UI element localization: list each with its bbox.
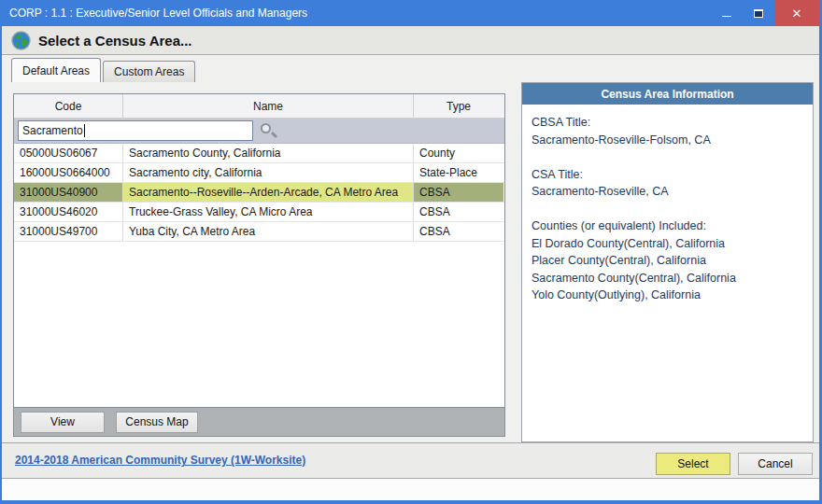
info-line: Sacramento County(Central), California: [531, 270, 803, 287]
close-button[interactable]: ✕: [774, 0, 819, 26]
table-body: 05000US06067 Sacramento County, Californ…: [14, 144, 504, 242]
cell-name: Yuba City, CA Metro Area: [123, 222, 414, 241]
dialog-footer: 2014-2018 American Community Survey (1W-…: [2, 442, 819, 478]
tab-label: Default Areas: [22, 64, 90, 77]
census-area-grid-panel: Code Name Type Sacramento 05000US06067 S…: [13, 93, 505, 437]
view-button[interactable]: View: [21, 412, 105, 433]
table-row[interactable]: 31000US49700 Yuba City, CA Metro Area CB…: [14, 222, 504, 242]
text-caret: [84, 124, 85, 137]
census-map-button[interactable]: Census Map: [116, 412, 198, 433]
info-panel-body: CBSA Title: Sacramento-Roseville-Folsom,…: [522, 105, 813, 304]
cell-code: 05000US06067: [14, 144, 123, 162]
info-line: Counties (or equivalent) Included:: [531, 217, 803, 235]
maximize-button[interactable]: [743, 0, 774, 26]
page-title: Select a Census Area...: [38, 33, 192, 49]
cancel-button[interactable]: Cancel: [738, 453, 813, 475]
info-line: Sacramento-Roseville-Folsom, CA: [531, 132, 803, 149]
info-line: Yolo County(Outlying), California: [531, 287, 803, 304]
table-header-row: Code Name Type: [14, 94, 504, 119]
tab-custom-areas[interactable]: Custom Areas: [103, 61, 195, 82]
table-row[interactable]: 05000US06067 Sacramento County, Californ…: [14, 144, 504, 163]
cell-name: Sacramento County, California: [123, 144, 414, 162]
column-header-code[interactable]: Code: [14, 94, 123, 118]
info-line: Placer County(Central), California: [531, 252, 803, 270]
cell-type: State-Place: [414, 163, 503, 182]
title-bar: CORP : 1.1 : Executive/Senior Level Offi…: [2, 0, 819, 26]
window-controls: ✕: [711, 0, 819, 26]
info-panel-title: Census Area Information: [522, 83, 813, 105]
info-line: Sacramento-Roseville, CA: [531, 183, 803, 201]
maximize-icon: [754, 9, 763, 18]
dialog-window: CORP : 1.1 : Executive/Senior Level Offi…: [0, 0, 822, 504]
minimize-icon: [722, 16, 731, 17]
info-line: CSA Title:: [531, 166, 803, 184]
info-line: CBSA Title:: [531, 114, 803, 132]
table-filter-row: Sacramento: [14, 119, 504, 144]
search-icon[interactable]: [259, 121, 277, 140]
search-input-value: Sacramento: [22, 124, 83, 137]
table-row[interactable]: 31000US46020 Truckee-Grass Valley, CA Mi…: [14, 203, 504, 222]
globe-icon: [11, 31, 31, 50]
info-line: El Dorado County(Central), California: [531, 235, 803, 253]
table-row[interactable]: 16000US0664000 Sacramento city, Californ…: [14, 163, 504, 183]
tab-default-areas[interactable]: Default Areas: [11, 58, 101, 82]
cell-name: Truckee-Grass Valley, CA Micro Area: [123, 203, 414, 221]
minimize-button[interactable]: [711, 0, 743, 26]
table-row-selected[interactable]: 31000US40900 Sacramento--Roseville--Arde…: [14, 183, 504, 203]
cell-type: CBSA: [414, 183, 503, 202]
dialog-header: Select a Census Area...: [2, 26, 819, 55]
window-title: CORP : 1.1 : Executive/Senior Level Offi…: [2, 7, 711, 20]
cell-code: 16000US0664000: [14, 163, 123, 182]
info-line: [531, 148, 803, 166]
column-header-name[interactable]: Name: [123, 94, 414, 118]
tab-label: Custom Areas: [114, 65, 184, 78]
table-footer-bar: View Census Map: [13, 408, 505, 437]
select-button[interactable]: Select: [656, 453, 730, 475]
cell-code: 31000US46020: [14, 203, 123, 221]
tab-strip: Default Areas Custom Areas: [11, 58, 195, 82]
cell-name: Sacramento city, California: [123, 163, 414, 182]
cell-code: 31000US49700: [14, 222, 123, 241]
cell-name: Sacramento--Roseville--Arden-Arcade, CA …: [123, 183, 414, 202]
cell-code: 31000US40900: [14, 183, 123, 202]
info-line: [531, 201, 803, 218]
column-header-type[interactable]: Type: [414, 94, 503, 118]
census-area-information-panel: Census Area Information CBSA Title: Sacr…: [521, 82, 814, 442]
census-area-table: Code Name Type Sacramento 05000US06067 S…: [13, 93, 505, 408]
cell-type: County: [414, 144, 503, 162]
close-icon: ✕: [792, 7, 802, 21]
survey-link[interactable]: 2014-2018 American Community Survey (1W-…: [15, 454, 305, 467]
cell-type: CBSA: [414, 203, 503, 221]
status-bar: [2, 478, 819, 500]
search-input[interactable]: Sacramento: [18, 120, 253, 141]
cell-type: CBSA: [414, 222, 503, 241]
